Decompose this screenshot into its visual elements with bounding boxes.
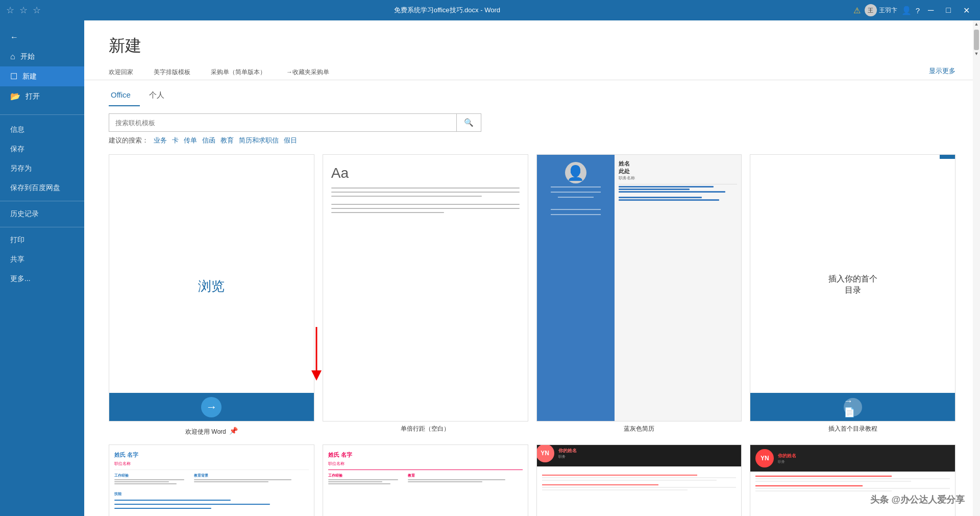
back-icon: ← [10, 33, 18, 42]
yn2-line-4 [755, 485, 862, 486]
template-thumb-resume-blue: 👤 姓名 此处 职务名称 [536, 154, 742, 421]
resume-bar-5 [619, 199, 720, 201]
template-thumb-blank: Aa [323, 154, 528, 421]
history-label: 历史记录 [10, 209, 39, 219]
rc1-text-3 [114, 483, 177, 484]
scroll-item-1[interactable]: 美字排版模板 [154, 68, 190, 77]
rc1-text-2 [114, 481, 169, 482]
suggestion-tag-6[interactable]: 假日 [284, 136, 297, 145]
rc2-text-3 [328, 483, 390, 484]
sidebar-item-save[interactable]: 保存 [0, 139, 84, 159]
yn2-line-1 [755, 476, 892, 477]
help-btn[interactable]: ? [916, 6, 920, 15]
rc1-col-left: 工作经验 [114, 473, 192, 485]
yn1-body [537, 471, 742, 496]
suggestion-tag-0[interactable]: 业务 [154, 136, 167, 145]
tab-office[interactable]: Office [109, 87, 140, 106]
rc2-name: 姓氏 名字 [328, 451, 523, 459]
template-card-resume-blue[interactable]: 👤 姓名 此处 职务名称 [536, 154, 742, 436]
welcome-text: 浏览 [198, 277, 225, 295]
sidebar-item-info[interactable]: 信息 [0, 120, 84, 139]
resume-left-col: 👤 [537, 155, 615, 421]
suggestion-tag-5[interactable]: 简历和求职信 [239, 136, 279, 145]
suggestion-tag-2[interactable]: 传单 [184, 136, 197, 145]
yn2-body [750, 472, 955, 497]
yn2-circle: YN [755, 449, 774, 467]
template-card-toc[interactable]: 新型 插入你的首个目录 →📄 插入首个目录教程 [750, 154, 955, 436]
rc2-col-right: 教育 [408, 473, 522, 485]
template-name-toc: 插入首个目录教程 [750, 425, 955, 433]
sidebar-divider-2 [0, 201, 84, 201]
star-icon-3[interactable]: ☆ [33, 5, 41, 16]
new-label: 新建 [22, 72, 37, 81]
suggestion-tag-4[interactable]: 教育 [220, 136, 234, 145]
resume-left-line-1 [551, 186, 601, 187]
close-button[interactable]: ✕ [959, 0, 974, 20]
yn1-name-text: 你的姓名 [558, 448, 577, 454]
rc1-subtitle: 职位名称 [114, 461, 309, 466]
template-card-yn2[interactable]: YN 你的姓名 职务 [750, 444, 955, 516]
scroll-item-2[interactable]: 采购单（简单版本） [211, 68, 266, 77]
blank-aa-text: Aa [331, 165, 520, 181]
sidebar-item-savebaidu[interactable]: 保存到百度网盘 [0, 178, 84, 198]
template-card-resume1[interactable]: 姓氏 名字 职位名称 工作经验 教育背景 [109, 444, 314, 516]
search-row: 🔍 建议的搜索： 业务 卡 传单 信函 教育 简历和求职信 假日 [84, 106, 980, 149]
search-input[interactable] [109, 115, 456, 131]
star-icon-1[interactable]: ☆ [6, 5, 14, 16]
suggestion-tag-3[interactable]: 信函 [202, 136, 215, 145]
scroll-item-0[interactable]: 欢迎回家 [109, 68, 133, 77]
resume-right-col: 姓名 此处 职务名称 [615, 155, 741, 421]
rc2-text-5 [408, 481, 482, 482]
page-title: 新建 [109, 35, 955, 57]
info-label: 信息 [10, 125, 24, 134]
template-card-blank[interactable]: Aa 单倍行距（空白） [323, 154, 528, 436]
blank-line-5 [331, 208, 520, 209]
scrollbar-down[interactable]: ▼ [973, 50, 980, 57]
home-label: 开始 [20, 52, 35, 61]
sidebar-item-history[interactable]: 历史记录 [0, 204, 84, 224]
show-more-button[interactable]: 显示更多 [929, 66, 955, 77]
scroll-item-3[interactable]: →收藏夹采购单 [286, 68, 329, 77]
main-content: 新建 欢迎回家 美字排版模板 采购单（简单版本） →收藏夹采购单 显示更多 Of… [84, 20, 980, 516]
suggestion-tag-1[interactable]: 卡 [172, 136, 179, 145]
resume-blue-inner: 👤 姓名 此处 职务名称 [537, 155, 742, 421]
search-button[interactable]: 🔍 [456, 114, 481, 131]
yn2-name-text: 你的姓名 [778, 453, 796, 459]
minimize-button[interactable]: ─ [924, 0, 938, 20]
template-thumb-resume1: 姓氏 名字 职位名称 工作经验 教育背景 [109, 444, 314, 516]
tab-personal[interactable]: 个人 [147, 87, 174, 106]
more-label: 更多... [10, 274, 31, 284]
blank-line-4 [331, 204, 520, 205]
sidebar-item-share[interactable]: 共享 [0, 250, 84, 269]
star-icon-2[interactable]: ☆ [19, 5, 28, 16]
rc1-text-1 [114, 479, 184, 480]
sidebar-bottom: 信息 保存 另存为 保存到百度网盘 历史记录 打印 共享 [0, 118, 84, 291]
resume-left-line-2 [551, 192, 601, 193]
back-button[interactable]: ← [0, 28, 84, 47]
sidebar-item-saveas[interactable]: 另存为 [0, 159, 84, 178]
sidebar-item-print[interactable]: 打印 [0, 230, 84, 250]
maximize-button[interactable]: □ [942, 0, 955, 20]
template-card-resume2[interactable]: 姓氏 名字 职位名称 工作经验 教育 [323, 444, 528, 516]
sidebar-item-more[interactable]: 更多... [0, 269, 84, 289]
scrollbar-track: ▲ ▼ [973, 20, 980, 516]
user-name: 王羽卞 [879, 6, 897, 15]
template-card-yn1[interactable]: YN 你的姓名 职务 [536, 444, 742, 516]
scrollbar-up[interactable]: ▲ [973, 20, 980, 28]
home-icon: ⌂ [10, 52, 15, 61]
tabs-row: Office 个人 [84, 80, 980, 106]
scrollbar-thumb[interactable] [974, 30, 979, 50]
sidebar: ← ⌂ 开始 ☐ 新建 📂 打开 信息 保存 另存为 [0, 20, 84, 516]
scroll-items: 欢迎回家 美字排版模板 采购单（简单版本） →收藏夹采购单 [109, 68, 329, 77]
template-card-welcome[interactable]: 浏览 → 欢迎使用 Word 📌 [109, 154, 314, 436]
yn1-line-4 [542, 484, 658, 485]
sidebar-divider-1 [0, 114, 84, 115]
sidebar-item-new[interactable]: ☐ 新建 [0, 66, 84, 86]
rc1-name: 姓氏 名字 [114, 451, 309, 459]
yn1-line-5 [542, 487, 737, 488]
share-label: 共享 [10, 255, 24, 264]
rc2-text-2 [328, 481, 383, 482]
sidebar-item-home[interactable]: ⌂ 开始 [0, 47, 84, 66]
suggestions-label: 建议的搜索： [109, 136, 149, 145]
sidebar-item-open[interactable]: 📂 打开 [0, 86, 84, 106]
